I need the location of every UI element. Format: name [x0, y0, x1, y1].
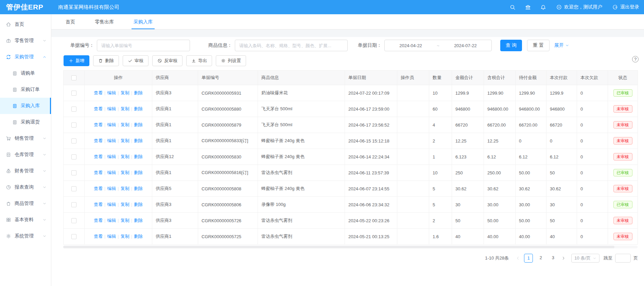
search-icon[interactable] — [510, 4, 516, 10]
status-badge: 已审核 — [613, 201, 632, 208]
sidebar-item-purchase-return[interactable]: 采购退货 — [0, 114, 51, 130]
delete-link[interactable]: 删除 — [134, 218, 143, 223]
expand-toggle[interactable]: 展开 — [554, 42, 569, 49]
jump-to-label: 跳至 — [604, 255, 612, 261]
view-link[interactable]: 查看 — [94, 122, 103, 127]
sidebar-item-warehouse[interactable]: 仓库管理 — [0, 147, 51, 163]
edit-link[interactable]: 编辑 — [107, 154, 116, 159]
sidebar-item-goods[interactable]: 商品管理 — [0, 195, 51, 212]
sidebar-item-purchase-request[interactable]: 请购单 — [0, 65, 51, 81]
delete-link[interactable]: 删除 — [134, 186, 143, 191]
edit-link[interactable]: 编辑 — [107, 202, 116, 207]
row-checkbox[interactable] — [71, 138, 76, 144]
copy-link[interactable]: 复制 — [121, 186, 129, 191]
edit-link[interactable]: 编辑 — [107, 218, 116, 223]
delete-link[interactable]: 删除 — [134, 106, 143, 111]
edit-link[interactable]: 编辑 — [107, 170, 116, 175]
product-info-input[interactable] — [235, 40, 348, 51]
edit-link[interactable]: 编辑 — [107, 234, 116, 239]
sidebar-item-home[interactable]: 首页 — [0, 16, 51, 33]
tab-retail-outbound[interactable]: 零售出库 — [95, 14, 114, 29]
export-button[interactable]: 导出 — [186, 55, 212, 66]
page-button-1[interactable]: 1 — [524, 254, 533, 263]
date-from[interactable]: 2024-04-22 — [399, 43, 422, 48]
delete-link[interactable]: 删除 — [134, 234, 143, 239]
delete-link[interactable]: 删除 — [134, 202, 143, 207]
copy-link[interactable]: 复制 — [121, 218, 129, 223]
copy-link[interactable]: 复制 — [121, 138, 129, 143]
date-cell: 2024-06-17 23:56:52 — [345, 117, 397, 133]
bell-icon[interactable] — [540, 4, 546, 10]
sidebar-item-purchase-order[interactable]: 采购订单 — [0, 81, 51, 98]
logout-button[interactable]: 退出登录 — [612, 4, 639, 10]
view-link[interactable]: 查看 — [94, 170, 103, 175]
copy-link[interactable]: 复制 — [121, 202, 129, 207]
bill-no-input[interactable] — [97, 40, 190, 51]
view-link[interactable]: 查看 — [94, 218, 103, 223]
sidebar-item-basic-data[interactable]: 基本资料 — [0, 212, 51, 228]
date-to[interactable]: 2024-07-22 — [454, 43, 477, 48]
row-checkbox[interactable] — [71, 91, 76, 96]
edit-link[interactable]: 编辑 — [107, 138, 116, 143]
row-checkbox[interactable] — [71, 154, 76, 159]
sidebar-item-finance[interactable]: 财务管理 — [0, 163, 51, 179]
copy-link[interactable]: 复制 — [121, 170, 129, 175]
sidebar-item-purchase-inbound[interactable]: 采购入库 — [0, 98, 51, 114]
delete-link[interactable]: 删除 — [134, 138, 143, 143]
reset-button[interactable]: 重 置 — [527, 40, 550, 51]
view-link[interactable]: 查看 — [94, 202, 103, 207]
sidebar-item-purchase[interactable]: 采购管理 — [0, 49, 51, 65]
row-checkbox[interactable] — [71, 234, 76, 239]
delete-link[interactable]: 删除 — [134, 154, 143, 159]
tab-home[interactable]: 首页 — [66, 14, 75, 29]
next-page-button[interactable] — [561, 256, 565, 260]
user-menu[interactable]: 欢迎您，测试用户 — [556, 4, 602, 10]
copy-link[interactable]: 复制 — [121, 154, 129, 159]
page-button-3[interactable]: 3 — [549, 254, 557, 263]
sidebar-item-reports[interactable]: 报表查询 — [0, 179, 51, 195]
bank-icon[interactable] — [525, 4, 531, 10]
row-checkbox[interactable] — [71, 122, 76, 128]
copy-link[interactable]: 复制 — [121, 106, 129, 111]
horizontal-scrollbar[interactable] — [63, 246, 638, 248]
edit-link[interactable]: 编辑 — [107, 90, 116, 95]
delete-button[interactable]: 删除 — [93, 55, 119, 66]
edit-link[interactable]: 编辑 — [107, 186, 116, 191]
row-checkbox[interactable] — [71, 170, 76, 175]
select-all-checkbox[interactable] — [71, 75, 76, 80]
view-link[interactable]: 查看 — [94, 138, 103, 143]
search-button[interactable]: 查 询 — [500, 40, 522, 51]
row-checkbox[interactable] — [71, 218, 76, 223]
page-size-select[interactable]: 10 条/页 — [571, 254, 599, 263]
delete-link[interactable]: 删除 — [134, 170, 143, 175]
copy-link[interactable]: 复制 — [121, 122, 129, 127]
help-icon[interactable]: ? — [632, 56, 639, 62]
edit-link[interactable]: 编辑 — [107, 122, 116, 127]
column-settings-button[interactable]: 列设置 — [216, 55, 246, 66]
unaudit-button[interactable]: 反审核 — [152, 55, 182, 66]
date-range-picker[interactable]: 2024-04-22 ~ 2024-07-22 — [384, 40, 492, 51]
row-checkbox[interactable] — [71, 186, 76, 191]
tab-purchase-inbound[interactable]: 采购入库 — [134, 14, 153, 29]
view-link[interactable]: 查看 — [94, 186, 103, 191]
view-link[interactable]: 查看 — [94, 90, 103, 95]
row-checkbox[interactable] — [71, 202, 76, 207]
jump-page-input[interactable] — [615, 254, 631, 263]
copy-link[interactable]: 复制 — [121, 90, 129, 95]
copy-link[interactable]: 复制 — [121, 234, 129, 239]
sidebar-item-system[interactable]: 系统管理 — [0, 228, 51, 244]
edit-link[interactable]: 编辑 — [107, 106, 116, 111]
prev-page-button[interactable] — [516, 256, 520, 260]
view-link[interactable]: 查看 — [94, 154, 103, 159]
audit-button[interactable]: 审核 — [123, 55, 149, 66]
bill-no-cell: CGRK00000005879 — [198, 117, 258, 133]
view-link[interactable]: 查看 — [94, 106, 103, 111]
delete-link[interactable]: 删除 — [134, 122, 143, 127]
row-checkbox[interactable] — [71, 107, 76, 112]
add-button[interactable]: 新增 — [64, 55, 89, 66]
delete-link[interactable]: 删除 — [134, 90, 143, 95]
page-button-2[interactable]: 2 — [536, 254, 545, 263]
sidebar-item-sales[interactable]: 销售管理 — [0, 130, 51, 147]
sidebar-item-retail[interactable]: 零售管理 — [0, 33, 51, 49]
view-link[interactable]: 查看 — [94, 234, 103, 239]
